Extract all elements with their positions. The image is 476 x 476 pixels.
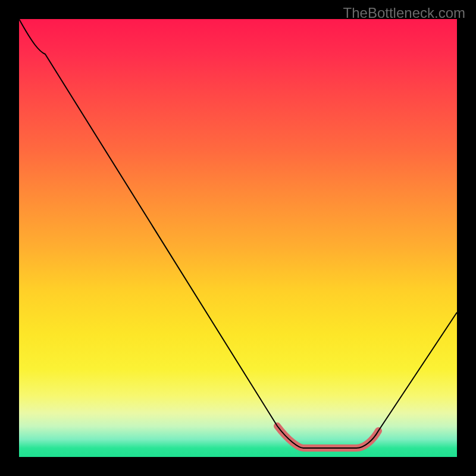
chart-plot-area <box>19 19 457 457</box>
chart-frame <box>0 0 476 476</box>
optimal-range-highlight <box>277 426 378 448</box>
bottleneck-curve <box>19 19 457 448</box>
watermark-text: TheBottleneck.com <box>343 5 465 21</box>
chart-svg <box>19 19 457 457</box>
